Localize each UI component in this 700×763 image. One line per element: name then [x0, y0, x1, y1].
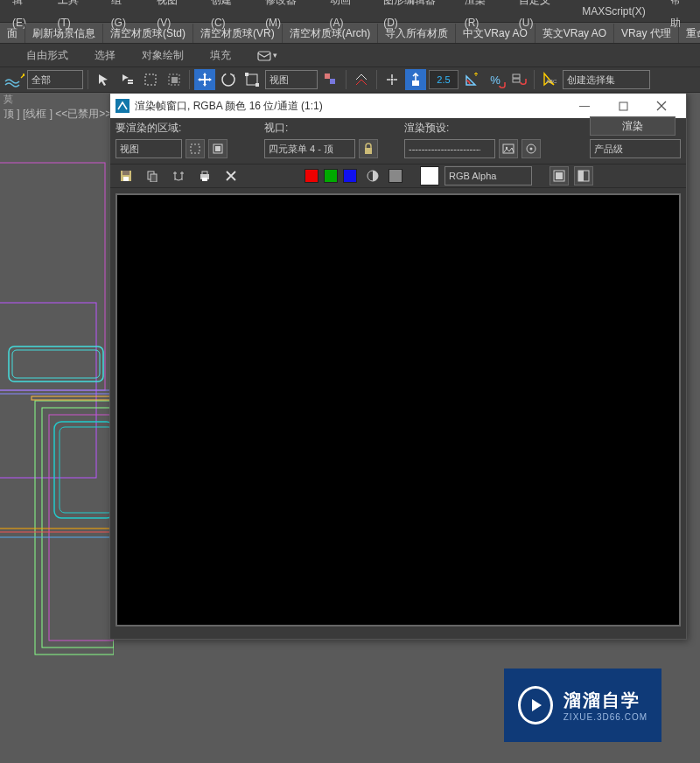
snap-3d-icon[interactable]	[405, 69, 426, 90]
selection-filter[interactable]: 全部	[27, 70, 83, 89]
overlay-b-icon[interactable]	[574, 166, 593, 186]
rb-objpaint[interactable]: 对象绘制	[142, 48, 184, 63]
pivot-icon[interactable]	[320, 69, 341, 90]
manip-icon[interactable]	[351, 69, 372, 90]
tb-face[interactable]: 面	[0, 24, 25, 43]
svg-rect-14	[513, 74, 520, 78]
percent-snap-icon[interactable]: %	[485, 69, 506, 90]
rb-fill[interactable]: 填充	[210, 48, 231, 63]
clear-icon[interactable]	[220, 165, 242, 186]
window-titlebar[interactable]: 渲染帧窗口, RGBA 颜色 16 位/通道 (1:1) —	[110, 94, 686, 118]
snap-toggle-icon[interactable]	[382, 69, 402, 90]
rb-gear-icon[interactable]: ▾	[257, 49, 277, 61]
minimize-button[interactable]: —	[565, 94, 604, 118]
spinner-snap-icon[interactable]	[508, 69, 529, 90]
svg-rect-11	[330, 79, 335, 84]
badge-title: 溜溜自学	[564, 689, 648, 712]
svg-rect-20	[12, 350, 100, 378]
clone-icon[interactable]	[168, 165, 189, 186]
menu-bar: 辑(E) 工具(T) 组(G) 视图(V) 创建(C) 修改器(M) 动画(A)…	[0, 0, 700, 23]
lock-icon[interactable]	[359, 139, 378, 158]
svg-rect-32	[116, 99, 130, 113]
tb-cn-ao[interactable]: 中文VRay AO	[456, 24, 535, 43]
render-button[interactable]: 渲染	[590, 116, 676, 136]
svg-point-41	[530, 148, 533, 150]
svg-point-12	[391, 79, 394, 81]
svg-rect-15	[513, 79, 520, 82]
viewport-sel-label: 视口:	[264, 121, 396, 136]
preset-select[interactable]: -----------------------	[404, 139, 495, 158]
tb-rename[interactable]: 重命名	[679, 24, 700, 43]
channel-select[interactable]: RGB Alpha	[444, 166, 532, 186]
svg-rect-31	[32, 396, 114, 400]
setup-icon[interactable]	[522, 139, 541, 158]
maximize-button[interactable]	[604, 94, 642, 118]
print-icon[interactable]	[194, 165, 215, 186]
rb-select[interactable]: 选择	[94, 48, 116, 63]
tb-en-ao[interactable]: 英文VRay AO	[536, 24, 614, 43]
render-output-canvas[interactable]	[116, 193, 681, 626]
named-sel-set[interactable]: 创建选择集	[563, 70, 650, 89]
render-frame-window: 渲染帧窗口, RGBA 颜色 16 位/通道 (1:1) — 要渲染的区域: 视…	[109, 93, 687, 640]
tb-clear-std[interactable]: 清空材质球(Std)	[103, 24, 193, 43]
tb-vray-proxy[interactable]: VRay 代理	[614, 24, 679, 43]
script-toolbar: 面 刷新场景信息 清空材质球(Std) 清空材质球(VR) 清空材质球(Arch…	[0, 23, 700, 44]
select-list-icon[interactable]	[116, 69, 137, 90]
tb-refresh[interactable]: 刷新场景信息	[25, 24, 103, 43]
svg-rect-10	[325, 74, 330, 79]
save-icon[interactable]	[116, 165, 136, 186]
rb-freeform[interactable]: 自由形式	[26, 48, 68, 63]
menu-maxscript[interactable]: MAXScript(X)	[570, 0, 658, 23]
svg-rect-3	[145, 74, 156, 85]
tb-clear-vr[interactable]: 清空材质球(VR)	[193, 24, 283, 43]
overlay-a-icon[interactable]	[550, 166, 569, 186]
angle-snap-value[interactable]: 2.5	[429, 70, 458, 89]
viewport-area: 莫 顶 ] [线框 ] <<已禁用>> 渲染帧窗口, RGBA 颜色 16 位/…	[0, 93, 700, 763]
svg-rect-2	[128, 82, 133, 84]
alpha-icon[interactable]	[362, 165, 383, 186]
mono-icon[interactable]	[388, 169, 402, 183]
viewport-wireframe	[0, 93, 114, 763]
render-tool-row: RGB Alpha	[110, 164, 686, 188]
window-cross-icon[interactable]	[164, 69, 185, 90]
close-button[interactable]	[642, 94, 681, 118]
svg-rect-1	[128, 80, 133, 81]
angle-snap-icon[interactable]	[461, 69, 482, 90]
svg-rect-34	[191, 144, 200, 153]
scale-icon[interactable]	[242, 69, 262, 90]
svg-rect-19	[9, 346, 103, 382]
bg-swatch[interactable]	[420, 166, 439, 186]
svg-rect-5	[172, 77, 178, 83]
channel-green[interactable]	[324, 169, 338, 183]
preset-label: 渲染预设:	[404, 121, 553, 136]
output-icon[interactable]	[499, 139, 518, 158]
svg-rect-25	[49, 415, 114, 640]
svg-rect-49	[202, 178, 207, 181]
svg-rect-9	[256, 83, 259, 87]
rect-select-icon[interactable]	[140, 69, 161, 90]
prod-select[interactable]: 产品级	[590, 139, 681, 158]
area-select[interactable]: 视图	[116, 139, 182, 158]
named-sel-icon[interactable]: ABC	[539, 69, 560, 90]
svg-rect-54	[578, 171, 584, 181]
channel-red[interactable]	[304, 169, 318, 183]
channel-blue[interactable]	[343, 169, 357, 183]
move-icon[interactable]	[194, 69, 215, 90]
svg-point-6	[222, 74, 234, 86]
svg-rect-24	[42, 408, 114, 648]
watermark-badge: 溜溜自学 ZIXUE.3D66.COM	[504, 668, 662, 742]
svg-rect-27	[60, 427, 114, 513]
svg-rect-13	[412, 80, 419, 86]
render-options-row: 要渲染的区域: 视图 视口: 四元菜单 4 - 顶 渲染预设: --------…	[110, 118, 686, 164]
tb-clear-arch[interactable]: 清空材质球(Arch)	[283, 24, 379, 43]
copy-icon[interactable]	[142, 165, 163, 186]
viewport-select[interactable]: 四元菜单 4 - 顶	[264, 139, 355, 158]
iso-icon[interactable]	[4, 69, 24, 90]
select-icon[interactable]	[93, 69, 114, 90]
crop-icon[interactable]	[208, 139, 228, 158]
rotate-icon[interactable]	[218, 69, 239, 90]
region-icon[interactable]	[186, 139, 205, 158]
svg-rect-8	[245, 73, 248, 76]
ref-coord[interactable]: 视图	[265, 70, 318, 89]
tb-import-mat[interactable]: 导入所有材质	[378, 24, 456, 43]
